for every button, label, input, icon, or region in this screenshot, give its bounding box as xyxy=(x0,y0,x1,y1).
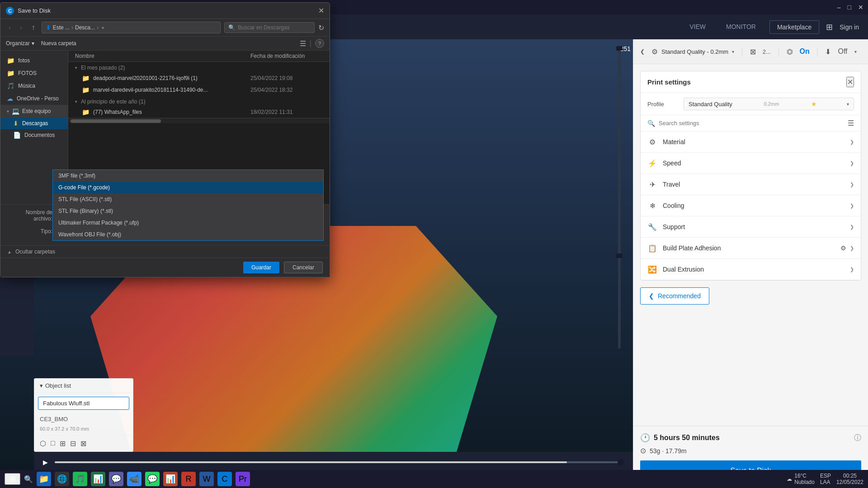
view-options-button[interactable]: ☰ xyxy=(300,39,306,48)
file-date-2: 25/04/2022 18:32 xyxy=(250,87,323,93)
breadcrumb-part-1[interactable]: Este ... xyxy=(53,24,70,31)
dialog-title: Save to Disk xyxy=(18,7,51,14)
filetype-options-list: 3MF file (*.3mf) G-code File (*.gcode) S… xyxy=(52,169,324,241)
dialog-icon: C xyxy=(6,7,14,15)
sidebar-item-onedrive[interactable]: ☁ OneDrive - Perso xyxy=(0,92,68,105)
docs-icon: 📄 xyxy=(13,131,21,139)
help-button[interactable]: ? xyxy=(315,39,324,48)
forward-button[interactable]: › xyxy=(17,22,25,33)
group-chevron-2: ▾ xyxy=(75,99,77,104)
sidebar-label-documentos: Documentos xyxy=(24,132,55,138)
sidebar-item-descargas[interactable]: ⬇ Descargas xyxy=(0,117,68,129)
downloads-icon: ⬇ xyxy=(13,120,19,127)
sidebar-item-pc[interactable]: ▾ 💻 Este equipo xyxy=(0,105,68,117)
refresh-button[interactable]: ↻ xyxy=(318,23,324,32)
file-date-3: 18/02/2022 11:31 xyxy=(250,109,323,115)
col-name-header: Nombre xyxy=(75,53,250,59)
col-date-header: Fecha de modificación xyxy=(250,53,323,59)
group-label-2: Al principio de este año (1) xyxy=(81,99,146,105)
file-name-1: deadpool-marvel20201001-22176-iqof9i (1) xyxy=(93,75,247,81)
file-icon-3: 📁 xyxy=(82,108,90,116)
file-row-1[interactable]: 📁 deadpool-marvel20201001-22176-iqof9i (… xyxy=(68,72,330,84)
sidebar-label-musica: Música xyxy=(18,83,35,89)
scroll-thumb[interactable] xyxy=(71,119,161,123)
pc-icon: 💻 xyxy=(12,108,19,115)
organize-label: Organizar xyxy=(6,40,30,47)
breadcrumb-download-icon: ⬇ xyxy=(46,24,51,31)
file-name-3: (77) WhatsApp_files xyxy=(93,109,247,115)
option-3mf[interactable]: 3MF file (*.3mf) xyxy=(53,170,323,182)
sidebar-item-fotos[interactable]: 📁 fotos xyxy=(0,54,68,67)
sidebar-label-descargas: Descargas xyxy=(22,120,48,127)
group-label-1: El mes pasado (2) xyxy=(81,65,125,71)
dialog-search-box: 🔍 xyxy=(224,22,315,33)
dialog-overlay: C Save to Disk ✕ ‹ › ↑ ⬇ Este ... › Desc… xyxy=(0,0,868,488)
music-icon: 🎵 xyxy=(7,82,14,89)
option-ufp[interactable]: Ultimaker Format Package (*.ufp) xyxy=(53,217,323,229)
dialog-toolbar: Organizar ▾ Nueva carpeta ☰ | ? xyxy=(0,37,330,51)
filename-label: Nombre de archivo: xyxy=(7,209,52,222)
horizontal-scrollbar[interactable] xyxy=(68,118,330,123)
up-button[interactable]: ↑ xyxy=(29,22,38,33)
breadcrumb-bar[interactable]: ⬇ Este ... › Desca... › ▾ xyxy=(42,22,221,33)
folder-icon-FOTOS: 📁 xyxy=(7,70,14,77)
file-row-3[interactable]: 📁 (77) WhatsApp_files 18/02/2022 11:31 xyxy=(68,106,330,118)
folder-icon-fotos: 📁 xyxy=(7,57,14,64)
sidebar-label-onedrive: OneDrive - Perso xyxy=(17,95,59,102)
view-separator: | xyxy=(310,39,311,47)
sidebar-label-pc: Este equipo xyxy=(22,108,51,114)
dialog-close-button[interactable]: ✕ xyxy=(318,6,324,15)
breadcrumb-part-2[interactable]: Desca... xyxy=(75,24,95,31)
file-row-2[interactable]: 📁 marvel-daredevil-purakito20181114-3149… xyxy=(68,84,330,96)
dialog-actions: Guardar Cancelar xyxy=(0,258,330,277)
back-button[interactable]: ‹ xyxy=(6,22,14,33)
breadcrumb-expand-icon[interactable]: ▾ xyxy=(102,25,104,30)
sidebar-label-FOTOS: FOTOS xyxy=(18,70,37,76)
group-header-2[interactable]: ▾ Al principio de este año (1) xyxy=(68,96,330,106)
group-chevron-1: ▾ xyxy=(75,66,77,70)
file-icon-1: 📁 xyxy=(82,75,90,82)
hide-folders-chevron-icon: ▲ xyxy=(7,249,12,254)
filetype-label: Tipo: xyxy=(7,228,52,235)
hide-folders-button[interactable]: Ocultar carpetas xyxy=(15,249,55,255)
onedrive-icon: ☁ xyxy=(7,95,13,102)
file-list-header: Nombre Fecha de modificación xyxy=(68,51,330,62)
organize-chevron-icon: ▾ xyxy=(32,40,34,47)
sidebar-item-FOTOS[interactable]: 📁 FOTOS xyxy=(0,67,68,80)
option-obj[interactable]: Wavefront OBJ File (*.obj) xyxy=(53,229,323,240)
sidebar-item-musica[interactable]: 🎵 Música xyxy=(0,80,68,92)
dialog-nav: ‹ › ↑ ⬇ Este ... › Desca... › ▾ 🔍 ↻ xyxy=(0,19,330,37)
file-name-2: marvel-daredevil-purakito20181114-31490-… xyxy=(93,87,247,93)
option-stl-ascii[interactable]: STL File (ASCII) (*.stl) xyxy=(53,193,323,205)
sidebar-item-documentos[interactable]: 📄 Documentos xyxy=(0,129,68,141)
option-gcode[interactable]: G-code File (*.gcode) xyxy=(53,182,323,193)
save-button[interactable]: Guardar xyxy=(243,262,279,273)
hide-folders-row: ▲ Ocultar carpetas xyxy=(0,245,330,258)
option-stl-binary[interactable]: STL File (Binary) (*.stl) xyxy=(53,205,323,217)
new-folder-button[interactable]: Nueva carpeta xyxy=(41,40,76,47)
dialog-search-input[interactable] xyxy=(238,24,301,31)
organize-button[interactable]: Organizar ▾ xyxy=(6,40,34,47)
save-to-disk-dialog: C Save to Disk ✕ ‹ › ↑ ⬇ Este ... › Desc… xyxy=(0,2,330,277)
dialog-title-bar: C Save to Disk ✕ xyxy=(0,3,330,19)
file-date-1: 25/04/2022 19:08 xyxy=(250,75,323,81)
group-header-1[interactable]: ▾ El mes pasado (2) xyxy=(68,62,330,72)
dialog-search-icon: 🔍 xyxy=(228,24,235,31)
new-folder-label: Nueva carpeta xyxy=(41,40,76,47)
cancel-button[interactable]: Cancelar xyxy=(284,262,323,273)
file-icon-2: 📁 xyxy=(82,86,90,94)
sidebar-label-fotos: fotos xyxy=(18,57,30,64)
